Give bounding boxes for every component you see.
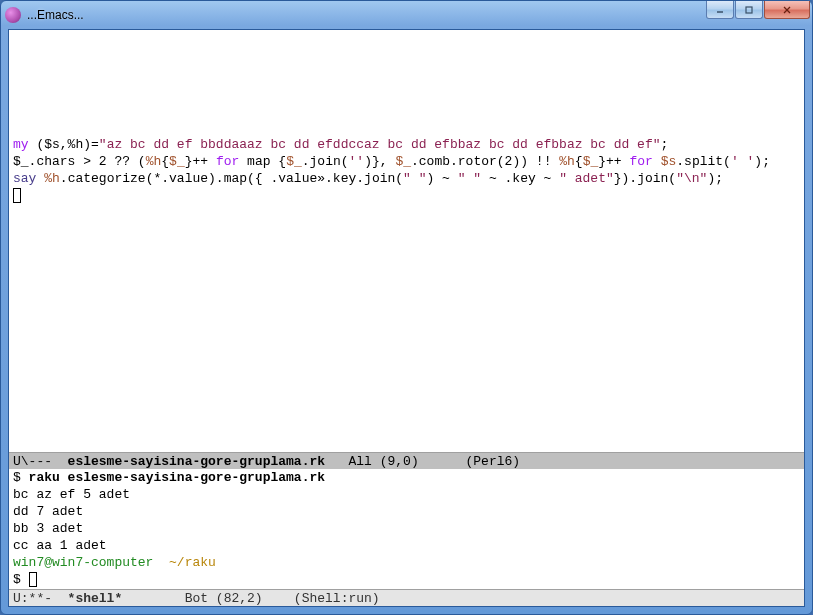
svg-rect-1 — [746, 7, 752, 13]
modeline-buffer: *shell* — [68, 591, 123, 606]
modeline-status: U\--- — [13, 454, 68, 469]
editor-cursor — [13, 188, 21, 203]
code-token: %h — [146, 154, 162, 169]
code-token: ($s,%h)= — [29, 137, 99, 152]
code-token: $_ — [169, 154, 185, 169]
emacs-icon — [5, 7, 21, 23]
modeline-shell[interactable]: U:**- *shell* Bot (82,2) (Shell:run) — [9, 589, 804, 606]
modeline-editor[interactable]: U\--- eslesme-sayisina-gore-gruplama.rk … — [9, 452, 804, 469]
code-token: }).join( — [614, 171, 676, 186]
code-token: $_ — [286, 154, 302, 169]
modeline-buffer: eslesme-sayisina-gore-gruplama.rk — [68, 454, 325, 469]
code-token: say — [13, 171, 36, 186]
shell-cwd: ~/raku — [153, 555, 215, 570]
modeline-position: All (9,0) — [325, 454, 465, 469]
code-token: )) !! — [512, 154, 559, 169]
modeline-mode: (Perl6) — [466, 454, 521, 469]
shell-output-line: bc az ef 5 adet — [13, 487, 130, 502]
close-icon — [782, 5, 792, 15]
code-token: { — [575, 154, 583, 169]
code-token: $_ — [583, 154, 599, 169]
code-token: .split( — [676, 154, 731, 169]
code-token: }++ — [598, 154, 629, 169]
code-token: $_.chars > — [13, 154, 99, 169]
code-token: $s — [661, 154, 677, 169]
shell-command: raku eslesme-sayisina-gore-gruplama.rk — [29, 470, 325, 485]
maximize-button[interactable] — [735, 1, 763, 19]
code-token: .comb.rotor( — [411, 154, 505, 169]
code-token: ; — [661, 137, 669, 152]
code-token: %h — [44, 171, 60, 186]
code-token: ) ~ — [427, 171, 458, 186]
modeline-mode: (Shell:run) — [294, 591, 380, 606]
code-token — [653, 154, 661, 169]
code-token: ' ' — [731, 154, 754, 169]
code-token: $_ — [395, 154, 411, 169]
shell-output-line: bb 3 adet — [13, 521, 83, 536]
minimize-button[interactable] — [706, 1, 734, 19]
editor-content: my ($s,%h)="az bc dd ef bbddaaaz bc dd e… — [13, 66, 800, 204]
shell-user-host: win7@win7-computer — [13, 555, 153, 570]
code-token: { — [161, 154, 169, 169]
code-token: }++ — [185, 154, 216, 169]
code-token: " adet" — [559, 171, 614, 186]
code-token: ); — [707, 171, 723, 186]
code-token: ?? ( — [107, 154, 146, 169]
shell-prompt: $ — [13, 572, 29, 587]
shell-prompt: $ — [13, 470, 29, 485]
shell-pane[interactable]: $ raku eslesme-sayisina-gore-gruplama.rk… — [9, 469, 804, 589]
code-token: .categorize(*.value).map({ .value».key.j… — [60, 171, 403, 186]
editor-pane[interactable]: my ($s,%h)="az bc dd ef bbddaaaz bc dd e… — [9, 30, 804, 452]
code-token: %h — [559, 154, 575, 169]
code-token: " " — [458, 171, 481, 186]
shell-cursor — [29, 572, 37, 587]
code-token: 2 — [99, 154, 107, 169]
code-token: .join( — [302, 154, 349, 169]
code-token: for — [629, 154, 652, 169]
code-token: '' — [349, 154, 365, 169]
maximize-icon — [744, 5, 754, 15]
minimize-icon — [715, 5, 725, 15]
modeline-status: U:**- — [13, 591, 68, 606]
code-token: ); — [754, 154, 770, 169]
shell-output-line: dd 7 adet — [13, 504, 83, 519]
window-title: ...Emacs... — [27, 8, 808, 22]
code-token: ~ .key ~ — [481, 171, 559, 186]
emacs-window: ...Emacs... my ($s,%h)="az bc dd ef bbdd… — [0, 0, 813, 615]
titlebar[interactable]: ...Emacs... — [1, 1, 812, 29]
code-token: for — [216, 154, 239, 169]
code-token: "az bc dd ef bbddaaaz bc dd efddccaz bc … — [99, 137, 661, 152]
code-token: )}, — [364, 154, 395, 169]
code-token: my — [13, 137, 29, 152]
code-token: map { — [239, 154, 286, 169]
code-token: "\n" — [676, 171, 707, 186]
close-button[interactable] — [764, 1, 810, 19]
modeline-position: Bot (82,2) — [122, 591, 294, 606]
window-controls — [706, 1, 810, 19]
client-area: my ($s,%h)="az bc dd ef bbddaaaz bc dd e… — [8, 29, 805, 607]
code-token: " " — [403, 171, 426, 186]
shell-output-line: cc aa 1 adet — [13, 538, 107, 553]
